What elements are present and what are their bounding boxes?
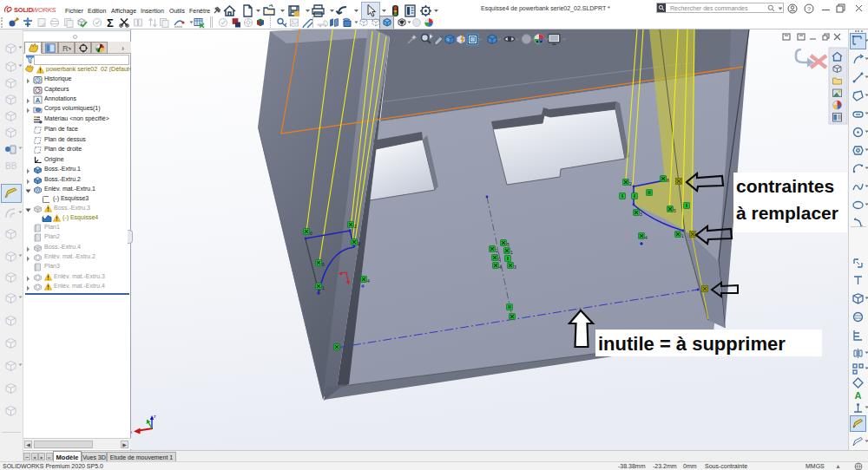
svg-text:2: 2 <box>629 181 632 186</box>
svg-text:5: 5 <box>674 208 676 213</box>
svg-text:contraintes: contraintes <box>736 176 834 196</box>
svg-text:Σ: Σ <box>107 16 114 29</box>
svg-text:3: 3 <box>640 212 642 217</box>
svg-text:1: 1 <box>322 285 325 290</box>
svg-text:4: 4 <box>645 235 648 240</box>
svg-text:2: 2 <box>496 248 498 253</box>
svg-text:8: 8 <box>667 178 669 183</box>
svg-text:5: 5 <box>322 262 325 267</box>
svg-text:BB: BB <box>5 161 17 171</box>
svg-text:3: 3 <box>514 264 516 270</box>
svg-text:R: R <box>62 44 69 53</box>
svg-text:inutile = à supprimer: inutile = à supprimer <box>598 333 786 355</box>
svg-text:2: 2 <box>354 224 357 229</box>
svg-text:4: 4 <box>367 278 370 284</box>
svg-text:0: 0 <box>498 257 501 262</box>
svg-text:à remplacer: à remplacer <box>736 203 838 223</box>
svg-text:5: 5 <box>507 242 510 247</box>
svg-text:SOLID: SOLID <box>14 6 34 14</box>
svg-text:4: 4 <box>499 264 502 270</box>
svg-text:A: A <box>855 390 862 401</box>
svg-text:3: 3 <box>358 241 360 246</box>
svg-text:WORKS: WORKS <box>32 6 56 14</box>
svg-text:A: A <box>36 96 41 104</box>
svg-text:?: ? <box>807 5 811 13</box>
svg-text:1: 1 <box>510 250 513 255</box>
svg-text:0: 0 <box>310 231 312 236</box>
svg-text:1: 1 <box>681 233 684 238</box>
